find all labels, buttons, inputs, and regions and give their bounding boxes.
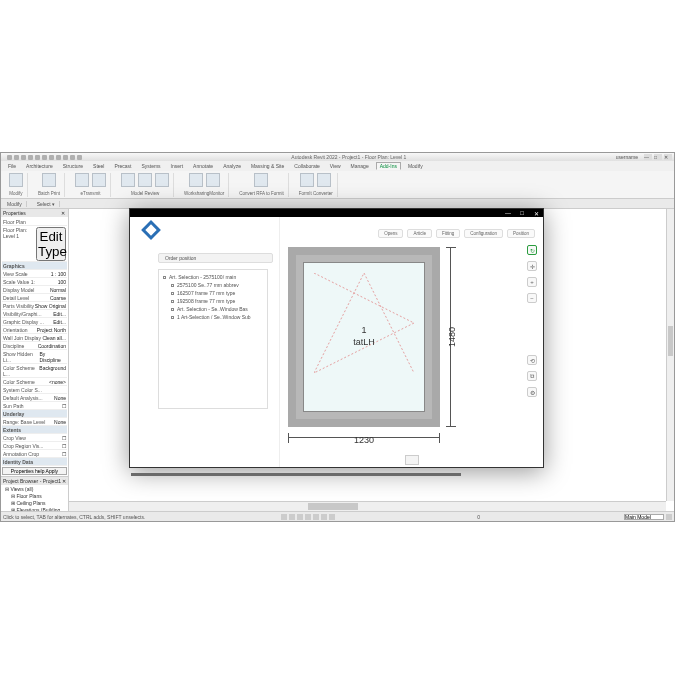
tree-item[interactable]: 1 Art-Selection / Se..Window Sub: [163, 313, 263, 321]
close-icon[interactable]: ✕: [532, 210, 540, 217]
property-row[interactable]: Sun Path☐: [2, 402, 67, 410]
dialog-tab-button[interactable]: Article: [407, 229, 432, 238]
ribbon-button[interactable]: [317, 173, 331, 187]
dialog-tab-button[interactable]: Configuration: [464, 229, 503, 238]
ribbon-tab[interactable]: Systems: [138, 163, 163, 169]
ribbon-tab[interactable]: Architecture: [23, 163, 56, 169]
ribbon-button[interactable]: [121, 173, 135, 187]
browser-item[interactable]: ⊞ Ceiling Plans: [5, 499, 68, 506]
tree-item[interactable]: Art. Selection - 2575100/ main: [163, 273, 263, 281]
property-row[interactable]: Scale Value 1:100: [2, 278, 67, 286]
compass-icon[interactable]: ✛: [527, 261, 537, 271]
options-bar-item[interactable]: Select ▾: [33, 201, 60, 207]
maximize-icon[interactable]: □: [518, 210, 526, 216]
property-row[interactable]: View Scale1 : 100: [2, 270, 67, 278]
browser-item[interactable]: ⊟ Floor Plans: [5, 492, 68, 499]
expand-icon[interactable]: [171, 284, 174, 287]
ribbon-tab[interactable]: Analyze: [220, 163, 244, 169]
ribbon-button[interactable]: [138, 173, 152, 187]
expand-icon[interactable]: [171, 308, 174, 311]
ribbon-tab[interactable]: Insert: [168, 163, 187, 169]
copy-icon[interactable]: ⧉: [527, 371, 537, 381]
ribbon-tab[interactable]: Steel: [90, 163, 107, 169]
property-row[interactable]: Display ModelNormal: [2, 286, 67, 294]
expand-icon[interactable]: [171, 292, 174, 295]
zoom-out-icon[interactable]: −: [527, 293, 537, 303]
tree-item[interactable]: 192508 frame 77 mm type: [163, 297, 263, 305]
property-row[interactable]: Annotation Crop☐: [2, 450, 67, 458]
ribbon-button[interactable]: [42, 173, 56, 187]
ribbon-tab[interactable]: Collaborate: [291, 163, 323, 169]
property-row[interactable]: DisciplineCoordination: [2, 342, 67, 350]
settings-icon[interactable]: ⚙: [527, 387, 537, 397]
rotate-icon[interactable]: ⟲: [527, 355, 537, 365]
maximize-button[interactable]: □: [654, 154, 662, 160]
apply-button[interactable]: Properties help Apply: [2, 467, 67, 475]
dialog-tab-button[interactable]: Fitting: [436, 229, 460, 238]
project-browser[interactable]: Project Browser - Project1 ✕ ⊟ Views (al…: [1, 476, 68, 511]
ribbon-button[interactable]: [92, 173, 106, 187]
horizontal-scrollbar[interactable]: [69, 501, 666, 511]
minimize-button[interactable]: —: [644, 154, 652, 160]
property-row[interactable]: System Color S...: [2, 386, 67, 394]
property-row[interactable]: OrientationProject North: [2, 326, 67, 334]
edit-type-button[interactable]: Edit Type: [36, 227, 66, 261]
ribbon-tab[interactable]: Manage: [348, 163, 372, 169]
quick-access-toolbar[interactable]: [7, 155, 82, 160]
vertical-scrollbar[interactable]: [666, 209, 674, 501]
type-selector[interactable]: Floor Plan: [2, 218, 67, 226]
ribbon-tab[interactable]: Precast: [111, 163, 134, 169]
ribbon-button[interactable]: [155, 173, 169, 187]
thumbnail-icon[interactable]: [405, 455, 419, 465]
property-row[interactable]: Default Analysis...None: [2, 394, 67, 402]
ribbon-tab[interactable]: Add-Ins: [376, 162, 401, 170]
article-tree[interactable]: Art. Selection - 2575100/ main2575100 Se…: [158, 269, 268, 409]
ribbon-tab[interactable]: Modify: [405, 163, 426, 169]
ribbon-tabs[interactable]: FileArchitectureStructureSteelPrecastSys…: [1, 161, 674, 171]
tree-item[interactable]: Art. Selection - Se..Window Bas: [163, 305, 263, 313]
tree-item[interactable]: 2575100 Se..77 mm abbrev: [163, 281, 263, 289]
expand-icon[interactable]: [163, 276, 166, 279]
property-row[interactable]: Graphic Display ...Edit...: [2, 318, 67, 326]
close-icon[interactable]: ✕: [60, 210, 66, 216]
property-row[interactable]: Detail LevelCoarse: [2, 294, 67, 302]
workset-field[interactable]: [624, 514, 664, 520]
ribbon-tab[interactable]: Annotate: [190, 163, 216, 169]
ribbon-button[interactable]: [75, 173, 89, 187]
window-viewer[interactable]: 1 tatLH 1230 1480: [288, 247, 517, 459]
ribbon-button[interactable]: [300, 173, 314, 187]
property-row[interactable]: Range: Base LevelNone: [2, 418, 67, 426]
ribbon-button[interactable]: [206, 173, 220, 187]
property-row[interactable]: Show Hidden Li...By Discipline: [2, 350, 67, 364]
refresh-icon[interactable]: ↻: [527, 245, 537, 255]
close-icon[interactable]: ✕: [62, 478, 66, 484]
order-position-tab[interactable]: Order position: [158, 253, 273, 263]
ribbon-tab[interactable]: View: [327, 163, 344, 169]
expand-icon[interactable]: [171, 300, 174, 303]
ribbon-tab[interactable]: File: [5, 163, 19, 169]
status-icons[interactable]: [281, 514, 335, 520]
ribbon-button[interactable]: [9, 173, 23, 187]
expand-icon[interactable]: [171, 316, 174, 319]
options-bar-item[interactable]: Modify: [3, 201, 27, 207]
minimize-icon[interactable]: —: [504, 210, 512, 216]
browser-item[interactable]: ⊟ Views (all): [5, 485, 68, 492]
filter-icon[interactable]: [666, 514, 672, 520]
ribbon-button[interactable]: [254, 173, 268, 187]
property-row[interactable]: Visibility/Graphi...Edit...: [2, 310, 67, 318]
property-row[interactable]: Parts VisibilityShow Original: [2, 302, 67, 310]
user-label[interactable]: username: [616, 154, 638, 160]
dialog-tab-button[interactable]: Position: [507, 229, 535, 238]
dialog-titlebar[interactable]: — □ ✕: [130, 209, 543, 217]
ribbon-tab[interactable]: Structure: [60, 163, 86, 169]
tree-item[interactable]: 162507 frame 77 mm type: [163, 289, 263, 297]
ribbon-tab[interactable]: Massing & Site: [248, 163, 287, 169]
zoom-in-icon[interactable]: +: [527, 277, 537, 287]
ribbon-button[interactable]: [189, 173, 203, 187]
property-row[interactable]: Color Scheme L...Background: [2, 364, 67, 378]
property-row[interactable]: Wall Join DisplayClean all...: [2, 334, 67, 342]
dialog-tab-button[interactable]: Opens: [378, 229, 403, 238]
close-button[interactable]: ✕: [664, 154, 672, 160]
property-row[interactable]: Crop Region Vis...☐: [2, 442, 67, 450]
property-row[interactable]: Crop View☐: [2, 434, 67, 442]
